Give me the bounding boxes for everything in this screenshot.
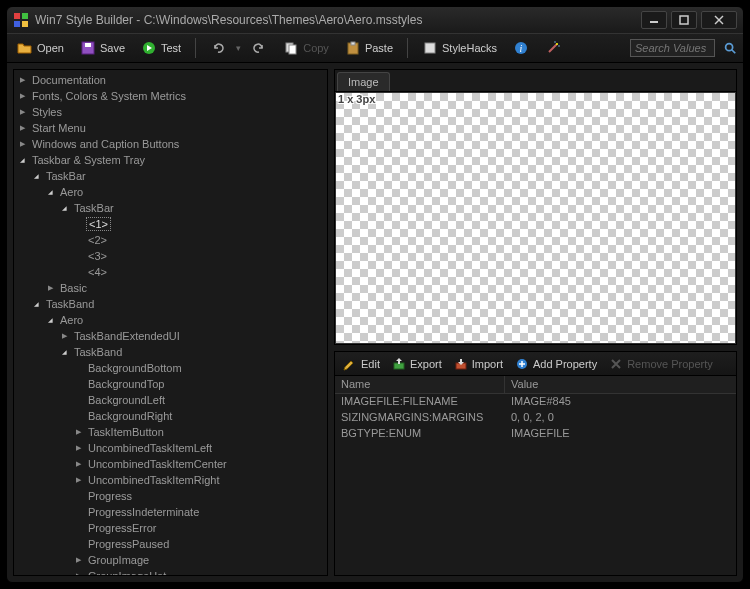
- image-preview[interactable]: 1 x 3px: [335, 92, 736, 344]
- col-header-value[interactable]: Value: [505, 376, 736, 393]
- maximize-button[interactable]: [671, 11, 697, 29]
- chevron-right-icon[interactable]: [72, 474, 84, 486]
- undo-dropdown-icon[interactable]: ▾: [236, 43, 241, 53]
- chevron-right-icon[interactable]: [72, 426, 84, 438]
- add-property-label: Add Property: [533, 358, 597, 370]
- chevron-right-icon[interactable]: [16, 106, 28, 118]
- chevron-right-icon[interactable]: [72, 570, 84, 576]
- plus-icon: [515, 357, 529, 371]
- chevron-right-icon[interactable]: [16, 122, 28, 134]
- main-toolbar: Open Save Test ▾ Copy Paste StyleHack: [7, 33, 743, 63]
- copy-button[interactable]: Copy: [277, 36, 335, 60]
- tree-node-uncombined-center[interactable]: UncombinedTaskItemCenter: [70, 456, 327, 472]
- tree-node-progress-error[interactable]: ProgressError: [70, 520, 327, 536]
- chevron-right-icon[interactable]: [16, 90, 28, 102]
- col-header-name[interactable]: Name: [335, 376, 505, 393]
- chevron-right-icon[interactable]: [16, 138, 28, 150]
- properties-list[interactable]: IMAGEFILE:FILENAMEIMAGE#845SIZINGMARGINS…: [335, 394, 736, 575]
- tree-node-taskband-aero[interactable]: Aero: [42, 312, 327, 328]
- chevron-down-icon[interactable]: [44, 186, 56, 198]
- tree-node-groupimage[interactable]: GroupImage: [70, 552, 327, 568]
- edit-button[interactable]: Edit: [337, 353, 386, 375]
- undo-button[interactable]: [204, 36, 232, 60]
- minimize-button[interactable]: [641, 11, 667, 29]
- svg-line-18: [549, 44, 557, 52]
- import-button[interactable]: Import: [448, 353, 509, 375]
- chevron-down-icon[interactable]: [16, 154, 28, 166]
- chevron-down-icon[interactable]: [58, 346, 70, 358]
- tree-node-progress[interactable]: Progress: [70, 488, 327, 504]
- save-button[interactable]: Save: [74, 36, 131, 60]
- export-icon: [392, 357, 406, 371]
- tree-node-taskitembutton[interactable]: TaskItemButton: [70, 424, 327, 440]
- chevron-right-icon[interactable]: [72, 458, 84, 470]
- info-icon: i: [513, 40, 529, 56]
- pencil-icon: [343, 357, 357, 371]
- redo-button[interactable]: [245, 36, 273, 60]
- tree-node-windows-caption[interactable]: Windows and Caption Buttons: [14, 136, 327, 152]
- search-input[interactable]: [630, 39, 715, 57]
- tree-node-taskbar-system-tray[interactable]: Taskbar & System Tray: [14, 152, 327, 168]
- chevron-right-icon[interactable]: [16, 74, 28, 86]
- tab-image[interactable]: Image: [337, 72, 390, 91]
- tree-node-groupimagehot[interactable]: GroupImageHot: [70, 568, 327, 576]
- chevron-down-icon[interactable]: [30, 298, 42, 310]
- tree-node-uncombined-left[interactable]: UncombinedTaskItemLeft: [70, 440, 327, 456]
- paste-button[interactable]: Paste: [339, 36, 399, 60]
- chevron-right-icon[interactable]: [58, 330, 70, 342]
- tree-node-backgroundright[interactable]: BackgroundRight: [70, 408, 327, 424]
- tree-node-fonts[interactable]: Fonts, Colors & System Metrics: [14, 88, 327, 104]
- add-property-button[interactable]: Add Property: [509, 353, 603, 375]
- tree-node-uncombined-right[interactable]: UncombinedTaskItemRight: [70, 472, 327, 488]
- tree-node-state-1[interactable]: <1>: [70, 216, 327, 232]
- property-value: IMAGE#845: [505, 394, 736, 410]
- tree-node-progress-indeterminate[interactable]: ProgressIndeterminate: [70, 504, 327, 520]
- export-button[interactable]: Export: [386, 353, 448, 375]
- tree-node-taskband-inner[interactable]: TaskBand: [56, 344, 327, 360]
- tree-node-backgroundleft[interactable]: BackgroundLeft: [70, 392, 327, 408]
- tree-node-taskbar[interactable]: TaskBar: [28, 168, 327, 184]
- info-button[interactable]: i: [507, 36, 535, 60]
- chevron-down-icon[interactable]: [44, 314, 56, 326]
- close-button[interactable]: [701, 11, 737, 29]
- chevron-right-icon[interactable]: [72, 442, 84, 454]
- tree-node-backgroundtop[interactable]: BackgroundTop: [70, 376, 327, 392]
- property-row[interactable]: IMAGEFILE:FILENAMEIMAGE#845: [335, 394, 736, 410]
- tree-node-backgroundbottom[interactable]: BackgroundBottom: [70, 360, 327, 376]
- stylehacks-button[interactable]: StyleHacks: [416, 36, 503, 60]
- image-panel: Image 1 x 3px: [334, 69, 737, 345]
- property-row[interactable]: BGTYPE:ENUMIMAGEFILE: [335, 426, 736, 442]
- svg-rect-2: [14, 21, 20, 27]
- chevron-down-icon[interactable]: [58, 202, 70, 214]
- tree-pane[interactable]: Documentation Fonts, Colors & System Met…: [13, 69, 328, 576]
- tree-node-taskbandextendedui[interactable]: TaskBandExtendedUI: [56, 328, 327, 344]
- tree-node-progress-paused[interactable]: ProgressPaused: [70, 536, 327, 552]
- paste-icon: [345, 40, 361, 56]
- search-button[interactable]: [721, 39, 739, 57]
- tree-node-state-4[interactable]: <4>: [70, 264, 327, 280]
- tree-node-startmenu[interactable]: Start Menu: [14, 120, 327, 136]
- tree-node-taskbar-inner[interactable]: TaskBar: [56, 200, 327, 216]
- svg-rect-3: [22, 21, 28, 27]
- svg-rect-12: [289, 45, 296, 54]
- chevron-down-icon[interactable]: [30, 170, 42, 182]
- tree-node-basic[interactable]: Basic: [42, 280, 327, 296]
- svg-point-19: [556, 43, 558, 45]
- test-button[interactable]: Test: [135, 36, 187, 60]
- svg-point-20: [554, 41, 555, 42]
- property-value: 0, 0, 2, 0: [505, 410, 736, 426]
- tree-node-styles[interactable]: Styles: [14, 104, 327, 120]
- open-button[interactable]: Open: [11, 36, 70, 60]
- main-area: Documentation Fonts, Colors & System Met…: [7, 63, 743, 582]
- tree-node-state-2[interactable]: <2>: [70, 232, 327, 248]
- property-row[interactable]: SIZINGMARGINS:MARGINS0, 0, 2, 0: [335, 410, 736, 426]
- tree-node-taskband[interactable]: TaskBand: [28, 296, 327, 312]
- chevron-right-icon[interactable]: [72, 554, 84, 566]
- tree-node-aero[interactable]: Aero: [42, 184, 327, 200]
- titlebar: Win7 Style Builder - C:\Windows\Resource…: [7, 7, 743, 33]
- tree-node-documentation[interactable]: Documentation: [14, 72, 327, 88]
- chevron-right-icon[interactable]: [44, 282, 56, 294]
- wand-button[interactable]: [539, 36, 567, 60]
- tree-node-state-3[interactable]: <3>: [70, 248, 327, 264]
- redo-icon: [251, 40, 267, 56]
